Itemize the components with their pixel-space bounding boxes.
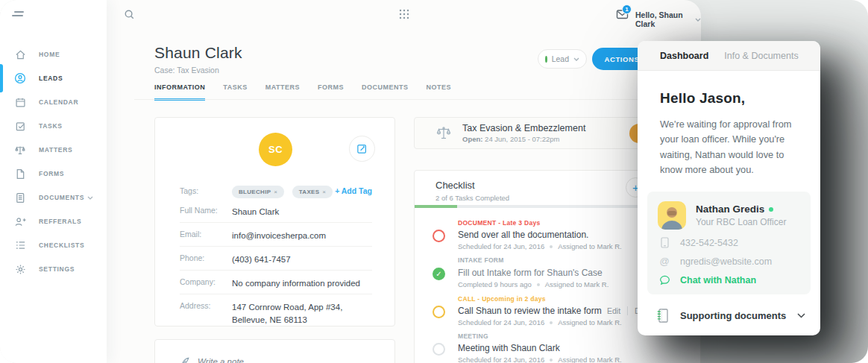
- matter-open-date: Open: 24 Jun, 2015 - 07:22pm: [462, 135, 585, 143]
- tag-taxes[interactable]: TAXES×: [292, 186, 333, 198]
- supporting-documents-label: Supporting documents: [680, 310, 797, 321]
- sidebar-item-calendar[interactable]: CALENDAR: [0, 90, 107, 114]
- divider: [180, 246, 372, 247]
- scales-icon: [435, 126, 452, 141]
- apps-grid-icon[interactable]: [399, 9, 409, 19]
- loan-officer-name: Nathan Gredis: [696, 203, 786, 215]
- tab-notes[interactable]: NOTES: [427, 83, 452, 101]
- sidebar-item-home[interactable]: HOME: [0, 42, 107, 66]
- edit-profile-button[interactable]: [349, 136, 375, 162]
- gear-icon: [14, 263, 26, 275]
- home-icon: [14, 48, 26, 60]
- profile-card: SC Tags: BLUECHIP× TAXES× + Add Tag Full…: [154, 117, 395, 326]
- remove-tag-icon[interactable]: ×: [274, 189, 277, 195]
- person-plus-icon: [14, 215, 26, 227]
- checklist-icon: [14, 239, 26, 251]
- loan-officer-avatar: [658, 201, 686, 230]
- notification-badge: 1: [622, 4, 632, 14]
- chevron-down-icon: [87, 196, 93, 200]
- supporting-documents-row[interactable]: Supporting documents: [638, 296, 820, 335]
- matter-title: Tax Evasion & Embezzlement: [462, 123, 585, 133]
- portal-greeting: Hello Jason,: [660, 90, 798, 107]
- avatar: SC: [259, 133, 292, 166]
- leads-icon: [14, 72, 26, 84]
- task-checkbox[interactable]: [433, 343, 445, 356]
- task-checkbox[interactable]: [433, 306, 445, 318]
- checklist-progress-text: 2 of 6 Tasks Completed: [435, 194, 509, 202]
- notifications-mail-icon[interactable]: 1: [616, 8, 629, 19]
- user-greeting: Hello, Shaun Clark: [635, 10, 691, 28]
- menu-toggle-icon[interactable]: [10, 11, 27, 20]
- chat-link: Chat with Nathan: [680, 275, 756, 285]
- case-subtitle: Case: Tax Evasion: [154, 66, 219, 75]
- checklist-title: Checklist: [435, 180, 475, 191]
- phone-number[interactable]: 432-542-5432: [680, 238, 738, 248]
- divider: [180, 294, 372, 294]
- tab-info-documents[interactable]: Info & Documents: [724, 51, 798, 61]
- field-address: Address: 147 Cornrow Road, App #34,Belle…: [180, 301, 372, 326]
- email-row: @ ngredis@website.com: [658, 256, 800, 267]
- sidebar-item-settings[interactable]: SETTINGS: [0, 257, 107, 281]
- field-full-name: Full Name: Shaun Clark: [180, 206, 372, 218]
- task-checkbox[interactable]: [433, 230, 445, 242]
- sidebar-item-documents[interactable]: DOCUMENTS: [0, 186, 107, 209]
- email-address[interactable]: ngredis@website.com: [680, 256, 772, 267]
- tab-matters[interactable]: MATTERS: [265, 83, 300, 101]
- notebook-icon: [655, 308, 670, 324]
- user-menu[interactable]: Hello, Shaun Clark: [635, 10, 701, 28]
- tab-dashboard[interactable]: Dashboard: [660, 51, 708, 61]
- sidebar-item-matters[interactable]: MATTERS: [0, 138, 107, 162]
- divider: [180, 270, 372, 271]
- field-company: Company: No company information provided: [180, 277, 372, 290]
- sidebar-item-checklists[interactable]: CHECKLISTS: [0, 233, 107, 257]
- chevron-down-icon: [695, 18, 701, 22]
- remove-tag-icon[interactable]: ×: [322, 189, 326, 195]
- page-title: Shaun Clark: [154, 44, 242, 62]
- quill-icon: [180, 356, 190, 363]
- sidebar-item-refferals[interactable]: REFFERALS: [0, 209, 107, 233]
- task-checkbox[interactable]: ✓: [433, 268, 445, 280]
- lead-status-label: Lead: [552, 54, 569, 63]
- search-icon[interactable]: [124, 9, 135, 20]
- divider: [180, 222, 372, 223]
- document-icon: [14, 192, 26, 203]
- chat-bubble-icon: [658, 274, 671, 285]
- sidebar: HOME LEADS CALENDAR TASKS MATTERS FORMS: [0, 0, 107, 363]
- edit-task-link[interactable]: Edit: [607, 306, 620, 315]
- sidebar-item-leads[interactable]: LEADS: [0, 66, 107, 90]
- tab-documents[interactable]: DOCUMENTS: [362, 83, 409, 101]
- field-phone: Phone: (403) 641-7457: [180, 253, 372, 266]
- progress-fill: [415, 205, 457, 208]
- tags-row: Tags: BLUECHIP× TAXES× + Add Tag: [180, 183, 372, 198]
- chevron-down-icon: [797, 313, 805, 318]
- lead-status-dropdown[interactable]: Lead: [538, 49, 587, 69]
- phone-icon: [658, 237, 671, 248]
- online-dot: [769, 207, 773, 212]
- chat-row[interactable]: Chat with Nathan: [658, 274, 800, 285]
- at-icon: @: [658, 256, 671, 267]
- calendar-icon: [14, 96, 26, 108]
- check-icon: ✓: [435, 270, 441, 278]
- note-card[interactable]: Write a note: [154, 339, 395, 363]
- field-email: Email: info@invoicesherpa.com: [180, 230, 372, 242]
- tasks-icon: [14, 120, 26, 132]
- file-icon: [14, 168, 26, 180]
- tags-label: Tags:: [180, 186, 232, 195]
- sidebar-item-forms[interactable]: FORMS: [0, 162, 107, 186]
- detail-tabs: INFORMATION TASKS MATTERS FORMS DOCUMENT…: [154, 83, 451, 101]
- note-placeholder: Write a note: [198, 357, 244, 363]
- portal-tabs: Dashboard Info & Documents: [638, 41, 820, 71]
- scales-icon: [14, 144, 26, 156]
- tab-tasks[interactable]: TASKS: [223, 83, 247, 101]
- status-dot-green: [545, 56, 547, 63]
- sidebar-item-tasks[interactable]: TASKS: [0, 114, 107, 138]
- tab-forms[interactable]: FORMS: [318, 83, 344, 101]
- loan-officer-card: Nathan Gredis Your RBC Loan Officer 432-…: [647, 192, 811, 294]
- tags-list: BLUECHIP× TAXES×: [232, 183, 337, 198]
- tab-information[interactable]: INFORMATION: [154, 83, 205, 101]
- loan-officer-role: Your RBC Loan Officer: [696, 217, 786, 227]
- tag-bluechip[interactable]: BLUECHIP×: [232, 186, 284, 198]
- edit-pencil-icon: [356, 143, 368, 154]
- add-tag-link[interactable]: + Add Tag: [335, 186, 372, 195]
- tabs-divider: [134, 99, 686, 100]
